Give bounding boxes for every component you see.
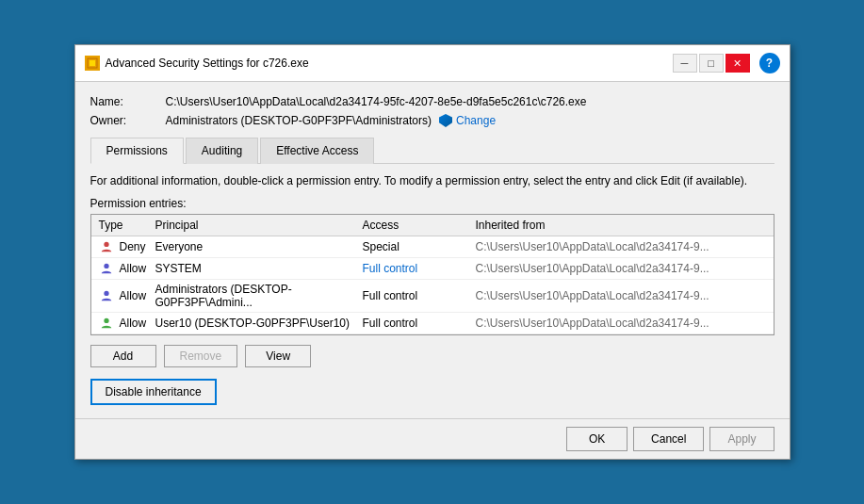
name-row: Name: C:\Users\User10\AppData\Local\d2a3… <box>90 95 774 108</box>
tab-effective-access[interactable]: Effective Access <box>260 138 374 164</box>
user-icon <box>99 261 114 276</box>
help-button[interactable]: ? <box>759 53 780 73</box>
disable-inheritance-button[interactable]: Disable inheritance <box>90 379 217 405</box>
svg-point-3 <box>104 264 108 268</box>
tabs-container: Permissions Auditing Effective Access <box>90 137 774 164</box>
row-principal-admin: Administrators (DESKTOP-G0PF3PF\Admini..… <box>155 283 363 309</box>
permission-entries-label: Permission entries: <box>90 197 774 210</box>
add-button[interactable]: Add <box>90 345 156 367</box>
window-controls: ─ □ ✕ <box>673 54 750 73</box>
row-type-deny: Deny <box>99 239 155 254</box>
table-row[interactable]: Allow User10 (DESKTOP-G0PF3PF\User10) Fu… <box>91 313 774 334</box>
row-inherited-3: C:\Users\User10\AppData\Local\d2a34174-9… <box>476 317 766 330</box>
remove-button[interactable]: Remove <box>164 345 238 367</box>
owner-value: Administrators (DESKTOP-G0PF3PF\Administ… <box>166 114 432 127</box>
user-icon <box>99 239 114 254</box>
table-action-buttons: Add Remove View <box>90 345 774 367</box>
table-row[interactable]: Deny Everyone Special C:\Users\User10\Ap… <box>91 236 774 258</box>
minimize-button[interactable]: ─ <box>673 54 697 73</box>
owner-row: Owner: Administrators (DESKTOP-G0PF3PF\A… <box>90 114 774 127</box>
tab-auditing[interactable]: Auditing <box>186 138 258 164</box>
row-inherited-0: C:\Users\User10\AppData\Local\d2a34174-9… <box>476 240 766 253</box>
col-header-principal: Principal <box>155 219 363 232</box>
table-row[interactable]: Allow SYSTEM Full control C:\Users\User1… <box>91 258 774 280</box>
main-content: Name: C:\Users\User10\AppData\Local\d2a3… <box>75 82 790 418</box>
cancel-button[interactable]: Cancel <box>633 427 704 451</box>
description-text: For additional information, double-click… <box>90 173 774 189</box>
user-icon <box>99 316 114 331</box>
name-label: Name: <box>90 95 166 108</box>
shield-icon <box>439 114 452 127</box>
row-type-allow-system: Allow <box>99 261 155 276</box>
apply-button[interactable]: Apply <box>709 427 774 451</box>
svg-point-4 <box>104 291 108 296</box>
user-icon <box>99 288 114 303</box>
name-value: C:\Users\User10\AppData\Local\d2a34174-9… <box>166 95 587 108</box>
owner-label: Owner: <box>90 114 166 127</box>
view-button[interactable]: View <box>245 345 311 367</box>
maximize-button[interactable]: □ <box>699 54 724 73</box>
svg-rect-1 <box>90 60 95 66</box>
svg-point-2 <box>104 242 108 247</box>
col-header-inherited: Inherited from <box>476 219 766 232</box>
svg-point-5 <box>104 318 108 323</box>
row-inherited-2: C:\Users\User10\AppData\Local\d2a34174-9… <box>476 289 766 302</box>
footer-buttons: OK Cancel Apply <box>75 418 790 459</box>
row-access-fullcontrol-system: Full control <box>363 262 476 275</box>
window-title: Advanced Security Settings for c726.exe <box>106 57 667 70</box>
table-row[interactable]: Allow Administrators (DESKTOP-G0PF3PF\Ad… <box>91 280 774 313</box>
col-header-type: Type <box>99 219 155 232</box>
row-principal-system: SYSTEM <box>155 262 363 275</box>
row-principal-everyone: Everyone <box>155 240 363 253</box>
table-header: Type Principal Access Inherited from <box>91 215 774 236</box>
col-header-access: Access <box>363 219 476 232</box>
window-icon <box>85 56 100 71</box>
row-principal-user10: User10 (DESKTOP-G0PF3PF\User10) <box>155 317 363 330</box>
change-owner-link[interactable]: Change <box>439 114 496 127</box>
row-access-fullcontrol-admin: Full control <box>363 289 476 302</box>
row-type-allow-user10: Allow <box>99 316 155 331</box>
table-body: Deny Everyone Special C:\Users\User10\Ap… <box>91 236 774 334</box>
permissions-table: Type Principal Access Inherited from <box>90 214 774 335</box>
tab-permissions[interactable]: Permissions <box>90 138 184 164</box>
row-inherited-1: C:\Users\User10\AppData\Local\d2a34174-9… <box>476 262 766 275</box>
advanced-security-window: Advanced Security Settings for c726.exe … <box>74 44 791 460</box>
row-access-fullcontrol-user10: Full control <box>363 317 476 330</box>
row-type-allow-admin: Allow <box>99 288 155 303</box>
title-bar: Advanced Security Settings for c726.exe … <box>75 45 790 82</box>
close-button[interactable]: ✕ <box>725 54 750 73</box>
row-access-special: Special <box>363 240 476 253</box>
ok-button[interactable]: OK <box>566 427 628 451</box>
